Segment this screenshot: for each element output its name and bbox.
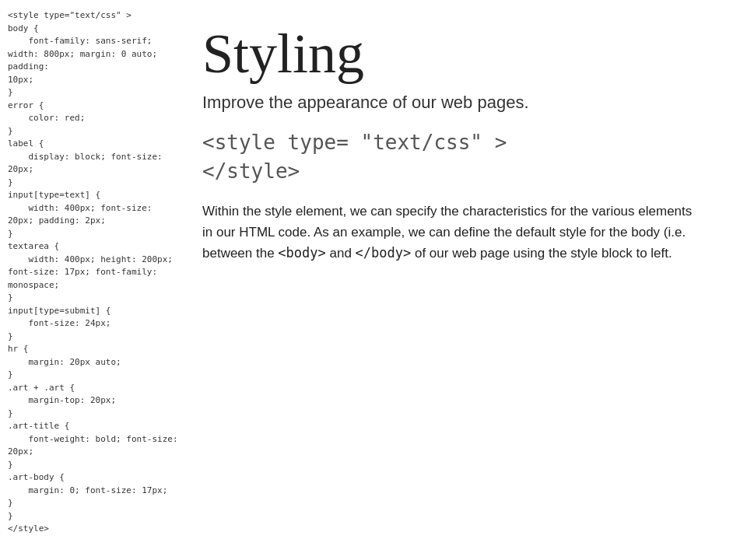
page-title: Styling (202, 23, 724, 85)
description: Within the style element, we can specify… (202, 201, 700, 264)
code-line1: <style type= "text/css" > (202, 128, 724, 156)
content-panel: Styling Improve the appearance of our we… (187, 0, 747, 560)
subtitle: Improve the appearance of our web pages. (202, 93, 724, 113)
body-open-tag: <body> (278, 245, 325, 261)
code-panel: <style type="text/css" > body { font-fam… (0, 0, 187, 560)
code-highlight: <style type= "text/css" > </style> (202, 128, 724, 185)
code-line2: </style> (202, 157, 724, 185)
body-close-tag: </body> (356, 245, 412, 261)
page-container: <style type="text/css" > body { font-fam… (0, 0, 747, 560)
css-code: <style type="text/css" > body { font-fam… (8, 9, 179, 536)
